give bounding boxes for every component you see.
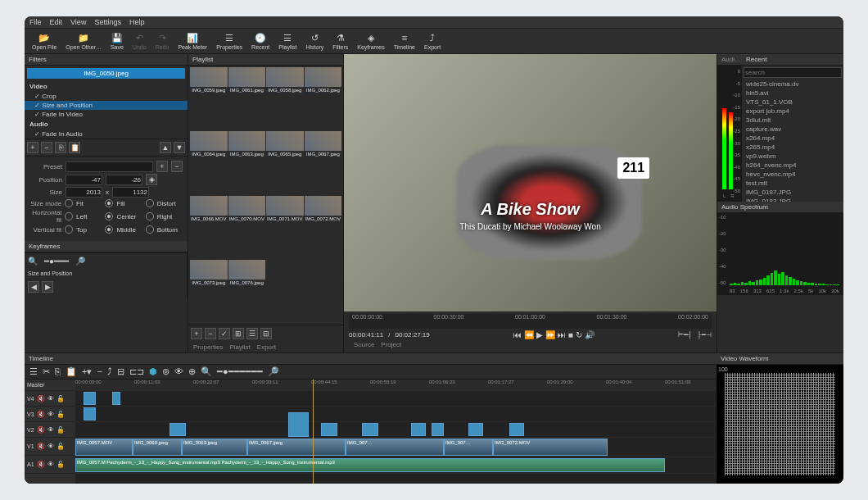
hfit-radio[interactable]: [146, 212, 154, 220]
tl-scrub-button[interactable]: ⊚: [160, 366, 171, 377]
track-head-a1[interactable]: A1🔇👁🔓: [25, 456, 75, 474]
preset-remove-button[interactable]: −: [171, 161, 183, 172]
playlist-thumb[interactable]: [190, 260, 228, 286]
in-point[interactable]: ⊢━┤: [678, 331, 693, 339]
rewind-button[interactable]: ⏪: [524, 330, 534, 339]
clip[interactable]: [509, 423, 524, 436]
clip-a1[interactable]: IMG_0057.M Pachyderm_-_13_-_Happy_Song_i…: [75, 458, 665, 472]
tl-overwrite-button[interactable]: ⊟: [115, 366, 126, 377]
tl-ripple-button[interactable]: 👁: [173, 366, 185, 377]
playlist-thumb[interactable]: [228, 67, 266, 93]
kf-zoom-in-icon[interactable]: 🔎: [75, 257, 85, 266]
vfit-radio[interactable]: [105, 225, 113, 234]
playlist-thumb[interactable]: [305, 131, 342, 157]
playlist-list-button[interactable]: ☰: [246, 328, 258, 339]
position-x-input[interactable]: [66, 175, 102, 185]
preset-select[interactable]: [66, 161, 153, 172]
recent-item[interactable]: hevc_nvenc.mp4: [744, 170, 842, 179]
playlist-thumb[interactable]: [305, 67, 342, 93]
recent-item[interactable]: 3dlut.mlt: [744, 116, 842, 125]
skip-start-button[interactable]: ⏮: [513, 330, 522, 339]
clip[interactable]: [288, 412, 309, 437]
kf-zoom-slider[interactable]: ━●━━━: [44, 257, 69, 266]
forward-button[interactable]: ⏩: [545, 330, 555, 339]
playlist-thumb[interactable]: [228, 260, 266, 286]
clip[interactable]: [362, 423, 378, 436]
preview-ruler[interactable]: 00:00:00:0000:00:30:0000:01:00:0000:01:3…: [349, 314, 712, 329]
playlist-thumb[interactable]: [190, 196, 228, 222]
history-button[interactable]: ↺History: [301, 30, 328, 52]
track-v4[interactable]: [75, 391, 717, 407]
hfit-radio[interactable]: [105, 212, 113, 220]
filter-item[interactable]: Fade In Audio: [25, 130, 188, 139]
recent-item[interactable]: vp9.webm: [744, 152, 842, 161]
filters-button[interactable]: ⚗Filters: [328, 30, 352, 52]
lock-icon[interactable]: 🔓: [57, 411, 65, 418]
recent-item[interactable]: wide25-cinema.dv: [744, 80, 842, 89]
track-a1[interactable]: IMG_0057.M Pachyderm_-_13_-_Happy_Song_i…: [75, 457, 717, 474]
playlist-remove-button[interactable]: −: [205, 328, 216, 339]
tl-zoom-out-button[interactable]: 🔍: [199, 366, 214, 377]
recent-item[interactable]: h264_nvenc.mp4: [744, 161, 842, 170]
tl-snap-button[interactable]: ⬢: [147, 366, 159, 377]
clip-v1[interactable]: IMG_007…: [444, 439, 493, 456]
save-button[interactable]: 💾Save: [106, 30, 128, 52]
clip-v1[interactable]: IMG_0057.MOV: [75, 439, 133, 456]
clip[interactable]: [468, 423, 483, 436]
open-other--button[interactable]: 📁Open Other…: [61, 30, 106, 52]
recent-item[interactable]: IMG_0187.JPG: [744, 188, 842, 197]
subtab-export[interactable]: Export: [257, 343, 276, 351]
track-head-v2[interactable]: V2🔇👁🔓: [25, 422, 75, 438]
properties-button[interactable]: ☰Properties: [212, 30, 246, 52]
filter-item[interactable]: Size and Position: [25, 101, 188, 110]
redo-button[interactable]: ↷Redo: [151, 30, 174, 52]
sizemode-radio[interactable]: [105, 199, 113, 207]
timeline-ruler[interactable]: 00:00:00:0000:00:11:0300:00:22:0700:00:3…: [75, 380, 717, 391]
kf-next-button[interactable]: ▶: [42, 281, 53, 293]
tl-cut-button[interactable]: ✂: [41, 366, 52, 377]
timeline-button[interactable]: ≡Timeline: [390, 30, 419, 52]
menu-file[interactable]: File: [29, 18, 42, 26]
tl-ripple-all-button[interactable]: ⊕: [187, 366, 197, 377]
kf-zoom-out-icon[interactable]: 🔍: [28, 257, 38, 266]
recent-item[interactable]: test.mlt: [744, 179, 842, 188]
clip[interactable]: [432, 423, 444, 436]
track-head-v1[interactable]: V1🔇👁🔓: [25, 438, 75, 456]
clip-v1[interactable]: IMG_007…: [346, 439, 444, 456]
recent-item[interactable]: VTS_01_1.VOB: [744, 98, 842, 107]
clip[interactable]: [84, 407, 96, 420]
playlist-check-button[interactable]: ✓: [219, 328, 230, 339]
copy-filter-button[interactable]: ⎘: [55, 142, 66, 153]
sizemode-radio[interactable]: [146, 199, 154, 207]
filter-target[interactable]: IMG_0050.jpeg: [27, 68, 185, 79]
track-v2[interactable]: [75, 422, 717, 438]
visible-icon[interactable]: 👁: [47, 395, 54, 402]
recent-item[interactable]: export job.mp4: [744, 107, 842, 116]
playlist-thumb[interactable]: [266, 196, 304, 222]
playlist-grid-button[interactable]: ⊞: [233, 328, 244, 339]
size-w-input[interactable]: [66, 187, 102, 198]
mute-icon[interactable]: 🔇: [37, 411, 45, 418]
clip[interactable]: [84, 392, 96, 405]
subtab-playlist[interactable]: Playlist: [229, 343, 250, 351]
clip[interactable]: [321, 423, 337, 436]
keyframes-button[interactable]: ◈Keyframes: [353, 30, 388, 52]
add-filter-button[interactable]: +: [27, 142, 38, 153]
filter-up-button[interactable]: ▲: [160, 142, 171, 153]
clip-v1[interactable]: IMG_0063.jpeg: [182, 439, 247, 456]
tab-project[interactable]: Project: [381, 341, 401, 348]
visible-icon[interactable]: 👁: [47, 426, 54, 434]
size-h-input[interactable]: [112, 187, 149, 198]
recent-button[interactable]: 🕘Recent: [247, 30, 274, 52]
mute-icon[interactable]: 🔇: [37, 426, 45, 434]
recent-item[interactable]: hin5.avi: [744, 89, 842, 98]
skip-end-button[interactable]: ⏭: [558, 330, 566, 339]
tl-split-button[interactable]: ⊏⊐: [128, 366, 146, 377]
clip-v1[interactable]: IMG_0072.MOV: [493, 439, 608, 456]
kf-prev-button[interactable]: ◀: [28, 281, 39, 293]
playlist-add-button[interactable]: +: [191, 328, 202, 339]
clip[interactable]: [170, 423, 186, 436]
vfit-radio[interactable]: [65, 225, 73, 234]
playlist-thumb[interactable]: [266, 131, 304, 157]
playlist-button[interactable]: ☰Playlist: [274, 30, 301, 52]
